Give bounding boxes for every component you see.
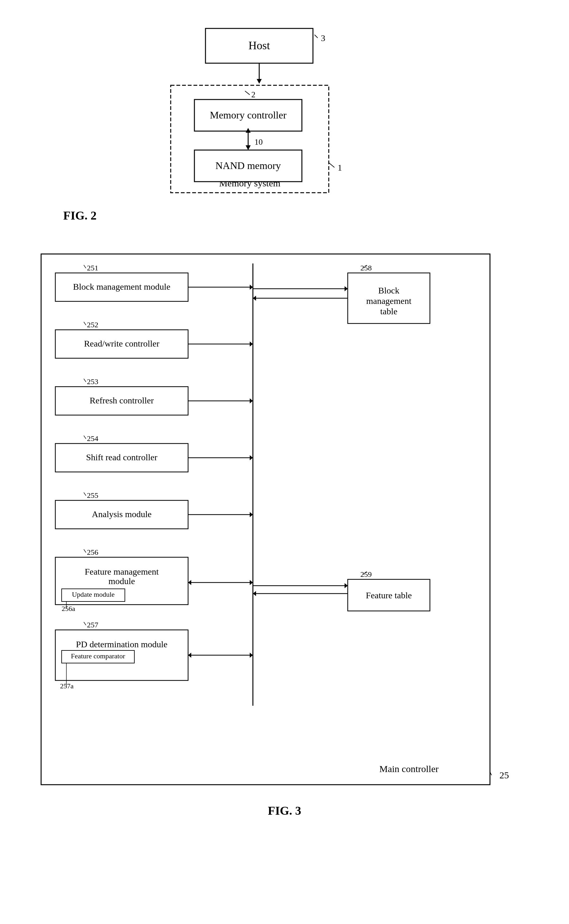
ref-253: 253 (87, 378, 98, 386)
ref-251: 251 (87, 264, 98, 272)
ref-252: 252 (87, 321, 98, 329)
ref-254: 254 (87, 434, 98, 443)
svg-line-1 (315, 35, 318, 38)
nand-memory-label: NAND memory (215, 160, 281, 171)
memory-system-ref: 1 (338, 163, 342, 173)
module-252-label: Read/write controller (84, 338, 160, 349)
module-256-label2: module (108, 576, 135, 586)
table-258-line2: management (366, 296, 411, 306)
table-258-line1: Block (378, 285, 400, 295)
ref-255: 255 (87, 491, 98, 499)
module-257-label: PD determination module (76, 639, 167, 649)
module-253-label: Refresh controller (90, 396, 154, 405)
memory-controller-label: Memory controller (210, 109, 287, 121)
module-254-label: Shift read controller (86, 452, 157, 462)
ref-256: 256 (87, 548, 98, 556)
host-label: Host (248, 39, 270, 52)
page: Host 3 1 Memory system 2 Memory controll… (0, 0, 569, 924)
ref-256a: 256a (62, 605, 75, 613)
fig3-diagram: Main controller 25 251 Block management … (32, 248, 537, 816)
table-258-line3: table (380, 306, 397, 316)
module-255-label: Analysis module (92, 509, 152, 519)
fig2-diagram: Host 3 1 Memory system 2 Memory controll… (142, 19, 427, 215)
ref-257a: 257a (60, 682, 74, 690)
feature-comparator-label: Feature comparator (71, 652, 125, 660)
main-controller-label: Main controller (379, 763, 438, 774)
module-256-label: Feature management (85, 567, 159, 577)
update-module-label: Update module (72, 590, 114, 598)
host-ref: 3 (321, 33, 325, 43)
ref-259: 259 (361, 570, 372, 578)
main-controller-ref: 25 (499, 770, 509, 780)
svg-marker-3 (257, 79, 262, 84)
ref-257: 257 (87, 621, 98, 629)
fig2-caption: FIG. 2 (63, 209, 97, 222)
ref-258: 258 (361, 264, 372, 272)
module-251-label: Block management module (73, 282, 170, 291)
svg-line-5 (329, 163, 335, 167)
memory-controller-ref: 2 (251, 90, 256, 99)
table-259-label: Feature table (366, 590, 412, 600)
nand-ref: 10 (254, 137, 263, 147)
